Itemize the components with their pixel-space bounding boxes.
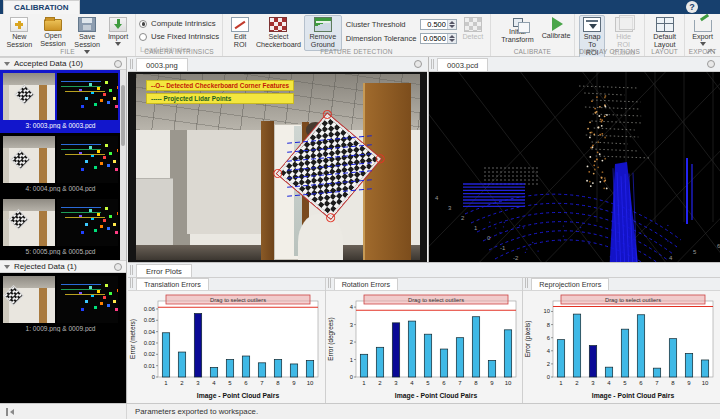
group-label-file: FILE — [0, 48, 135, 55]
error-bar — [670, 339, 677, 377]
scrollbar[interactable] — [120, 70, 126, 260]
lidar-camera-calibrator-app: CALIBRATION ? New Session Open Session S… — [0, 0, 720, 419]
export-icon — [694, 20, 712, 32]
select-checkerboard-button[interactable]: Select Checkerboard — [255, 15, 302, 51]
export-button[interactable]: Export — [689, 15, 716, 48]
compute-intrinsics-label: Compute Intrinsics — [151, 19, 216, 28]
group-label-calibrate: CALIBRATE — [491, 48, 574, 55]
svg-text:Image - Point Cloud Pairs: Image - Point Cloud Pairs — [197, 392, 280, 400]
pane-actions-icon[interactable] — [707, 60, 715, 68]
spin-down-icon[interactable] — [449, 25, 455, 28]
pane-actions-icon[interactable] — [114, 263, 122, 271]
radio-selected-icon — [139, 20, 147, 28]
remove-ground-icon — [314, 17, 332, 32]
roi-cuboid-icon — [615, 17, 633, 32]
use-fixed-intrinsics-label: Use Fixed Intrinsics — [151, 32, 219, 41]
initial-transform-button[interactable]: Initial Transform — [495, 15, 540, 46]
tab-error-plots[interactable]: Error Plots — [136, 264, 192, 277]
collapse-left-panel-icon[interactable] — [6, 408, 16, 416]
svg-text:8: 8 — [474, 380, 478, 386]
export-label: Export — [692, 33, 713, 41]
tab-calibration[interactable]: CALIBRATION — [3, 0, 80, 14]
reprojection-errors-chart[interactable]: 024681012345678910Drag to select outlier… — [523, 291, 720, 404]
dimension-tolerance-stepper[interactable] — [447, 34, 456, 43]
pane-drag-handle[interactable] — [431, 59, 434, 69]
pane-drag-handle[interactable] — [130, 59, 133, 69]
camera-image-view[interactable]: --O-- Detected Checkerboard Corner Featu… — [128, 72, 427, 262]
initial-transform-icon — [513, 18, 523, 27]
group-display-options: Snap To ROI Hide ROI Cuboid DISPLAY OPTI… — [575, 14, 645, 56]
calibrate-label: Calibrate — [542, 32, 571, 40]
open-session-button[interactable]: Open Session — [37, 15, 70, 50]
list-item[interactable]: 4: 0004.png & 0004.pcd — [0, 133, 126, 196]
error-bar — [274, 359, 281, 377]
group-camera-intrinsics: Compute Intrinsics Use Fixed Intrinsics … — [136, 14, 223, 56]
help-icon[interactable]: ? — [686, 1, 698, 13]
list-item[interactable]: 1: 0009.png & 0009.pcd — [0, 273, 126, 336]
cluster-threshold-input[interactable] — [421, 20, 447, 29]
tab-image-file[interactable]: 0003.png — [136, 58, 188, 71]
pair-label: 1: 0009.png & 0009.pcd — [3, 325, 118, 332]
tab-pointcloud-file[interactable]: 0003.pcd — [437, 58, 488, 71]
pane-drag-handle[interactable] — [130, 265, 133, 275]
accepted-data-header[interactable]: Accepted Data (10) — [0, 57, 126, 70]
pointcloud-thumbnail — [57, 73, 118, 120]
rejected-data-header[interactable]: Rejected Data (1) — [0, 260, 126, 273]
tab-rotation-errors[interactable]: Rotation Errors — [334, 278, 398, 290]
error-bar — [638, 315, 645, 377]
svg-text:7: 7 — [656, 380, 660, 386]
scrollbar-thumb[interactable] — [121, 85, 125, 146]
photo-wood-door — [363, 83, 411, 260]
dimension-tolerance-input[interactable] — [421, 34, 447, 43]
pointcloud-pane-tabbar: 0003.pcd — [429, 57, 720, 72]
list-item[interactable]: 3: 0003.png & 0003.pcd — [0, 70, 126, 133]
edit-roi-button[interactable]: Edit ROI — [227, 15, 253, 51]
use-fixed-intrinsics-radio[interactable]: Use Fixed Intrinsics — [139, 32, 219, 41]
point-cloud-view[interactable]: 43210-1-2456 — [429, 72, 720, 262]
collapse-triangle-icon[interactable] — [4, 62, 10, 66]
new-session-button[interactable]: New Session — [4, 15, 35, 51]
pair-label: 4: 0004.png & 0004.pcd — [3, 185, 118, 192]
svg-text:0.03: 0.03 — [144, 340, 155, 346]
pane-drag-handle[interactable] — [130, 278, 133, 288]
svg-text:1: 1 — [362, 380, 366, 386]
spin-up-icon[interactable] — [449, 21, 455, 24]
charts-row: Translation Errors 00.010.020.030.040.05… — [128, 278, 720, 404]
import-button[interactable]: Import — [105, 15, 131, 48]
error-bar — [488, 360, 495, 377]
spin-down-icon[interactable] — [449, 39, 455, 42]
error-bar — [504, 330, 511, 377]
photo-cabinet — [136, 178, 173, 247]
svg-text:9: 9 — [490, 380, 494, 386]
compute-intrinsics-radio[interactable]: Compute Intrinsics — [139, 19, 216, 28]
translation-errors-chart[interactable]: 00.010.020.030.040.050.0612345678910Drag… — [128, 291, 325, 404]
image-thumbnail — [3, 199, 55, 246]
svg-text:0.04: 0.04 — [144, 329, 156, 335]
legend-corner-features: --O-- Detected Checkerboard Corner Featu… — [146, 80, 294, 91]
pane-actions-icon[interactable] — [414, 60, 422, 68]
list-item[interactable]: 5: 0005.png & 0005.pcd — [0, 196, 126, 259]
photo-door-frame — [261, 121, 274, 261]
remove-ground-button[interactable]: Remove Ground — [304, 15, 342, 51]
svg-text:2: 2 — [180, 380, 184, 386]
pane-drag-handle[interactable] — [328, 278, 331, 288]
spin-up-icon[interactable] — [449, 35, 455, 38]
svg-text:4: 4 — [349, 304, 353, 310]
pane-actions-icon[interactable] — [114, 60, 122, 68]
rotation-errors-card: Rotation Errors 0123412345678910Drag to … — [326, 278, 524, 404]
edit-roi-icon — [231, 17, 249, 32]
cluster-threshold-stepper[interactable] — [447, 20, 456, 29]
svg-text:2: 2 — [378, 380, 382, 386]
default-layout-button[interactable]: Default Layout — [649, 15, 680, 51]
new-session-label: New Session — [7, 33, 33, 49]
calibrate-button[interactable]: Calibrate — [542, 15, 570, 42]
error-bar — [606, 367, 613, 377]
pane-drag-handle[interactable] — [525, 278, 528, 288]
collapse-triangle-icon[interactable] — [4, 265, 10, 269]
tab-reprojection-errors[interactable]: Reprojection Errors — [531, 278, 609, 290]
tab-translation-errors[interactable]: Translation Errors — [136, 278, 209, 290]
collapse-toolstrip-icon[interactable] — [706, 48, 716, 55]
svg-text:5: 5 — [624, 380, 628, 386]
error-bar — [290, 364, 297, 377]
rotation-errors-chart[interactable]: 0123412345678910Drag to select outliersI… — [326, 291, 523, 404]
